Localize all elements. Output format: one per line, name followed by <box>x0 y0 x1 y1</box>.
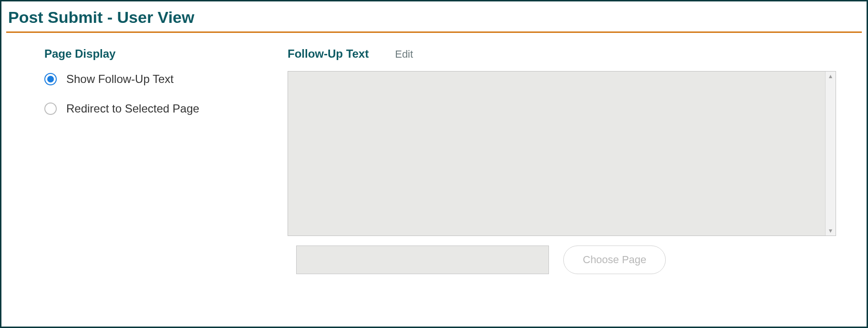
post-submit-panel: Post Submit - User View Page Display Sho… <box>0 0 868 328</box>
redirect-page-row: Choose Page <box>288 246 857 274</box>
radio-redirect-page[interactable]: Redirect to Selected Page <box>44 102 240 115</box>
radio-dot-icon <box>47 76 54 82</box>
scrollbar[interactable]: ▲ ▼ <box>825 72 836 236</box>
selected-page-input[interactable] <box>296 246 549 274</box>
radio-icon <box>44 73 57 85</box>
panel-title: Post Submit - User View <box>1 1 867 31</box>
scroll-up-icon[interactable]: ▲ <box>826 72 836 81</box>
radio-label: Redirect to Selected Page <box>66 102 199 115</box>
edit-link[interactable]: Edit <box>395 48 413 61</box>
followup-header: Follow-Up Text Edit <box>288 47 857 61</box>
radio-icon <box>44 102 57 115</box>
page-display-radio-group: Show Follow-Up Text Redirect to Selected… <box>44 72 240 115</box>
page-display-label: Page Display <box>44 47 240 61</box>
radio-show-followup[interactable]: Show Follow-Up Text <box>44 72 240 86</box>
followup-section: Follow-Up Text Edit ▲ ▼ Choose Page <box>240 47 867 274</box>
choose-page-button[interactable]: Choose Page <box>563 246 666 274</box>
followup-text-label: Follow-Up Text <box>288 47 369 61</box>
scroll-down-icon[interactable]: ▼ <box>826 226 836 236</box>
panel-content: Page Display Show Follow-Up Text Redirec… <box>1 33 867 274</box>
radio-label: Show Follow-Up Text <box>66 72 174 86</box>
followup-textarea-wrap: ▲ ▼ <box>288 71 836 236</box>
page-display-section: Page Display Show Follow-Up Text Redirec… <box>1 47 240 274</box>
followup-textarea[interactable] <box>288 72 825 236</box>
